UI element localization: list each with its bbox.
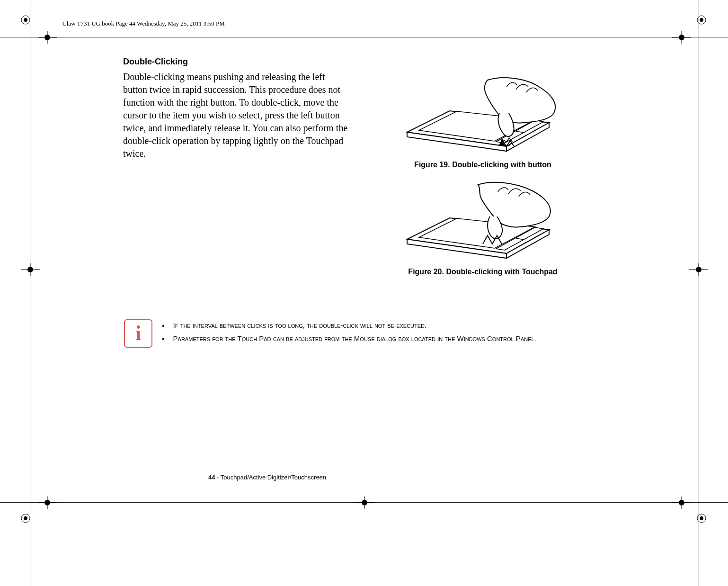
figure-19-image: [393, 71, 573, 156]
crop-line-top: [0, 37, 728, 37]
svg-point-1: [24, 18, 27, 22]
svg-point-28: [362, 500, 367, 505]
regmark-icon: [20, 513, 31, 524]
crosshair-icon: [38, 496, 57, 515]
crosshair-icon: [672, 31, 691, 50]
section-title: Double-Clicking: [123, 57, 625, 67]
crosshair-icon: [672, 496, 691, 515]
info-bullet-1: If the interval between clicks is too lo…: [173, 320, 427, 332]
crosshair-icon: [38, 31, 57, 50]
svg-point-7: [700, 516, 703, 520]
figure-20-caption: Figure 20. Double-clicking with Touchpad: [408, 268, 557, 276]
regmark-icon: [696, 14, 707, 26]
page-footer: 44 - Touchpad/Active Digitizer/Touchscre…: [208, 474, 326, 481]
footer-path: - Touchpad/Active Digitizer/Touchscreen: [215, 474, 326, 481]
crosshair-icon: [355, 496, 374, 515]
crosshair-icon: [689, 263, 708, 282]
figure-19-caption: Figure 19. Double-clicking with button: [414, 161, 551, 169]
info-bullet-2: Parameters for the Touch Pad can be adju…: [173, 334, 536, 345]
info-icon: i: [124, 319, 152, 348]
crop-line-left: [30, 0, 30, 586]
regmark-icon: [20, 14, 31, 26]
svg-point-10: [44, 35, 50, 40]
content-area: Double-Clicking Double-clicking means pu…: [123, 57, 625, 285]
header-meta: Claw T731 UG.book Page 44 Wednesday, May…: [62, 20, 225, 27]
info-list: If the interval between clicks is too lo…: [162, 320, 536, 347]
info-box: i If the interval between clicks is too …: [124, 316, 616, 351]
svg-point-19: [679, 500, 684, 505]
crosshair-icon: [21, 263, 40, 282]
section-body: Double-clicking means pushing and releas…: [123, 71, 350, 285]
figure-20-image: [393, 178, 573, 263]
svg-point-22: [27, 267, 33, 272]
regmark-icon: [696, 513, 707, 524]
svg-point-25: [696, 267, 701, 272]
svg-point-3: [700, 18, 703, 22]
svg-point-5: [24, 516, 27, 520]
crop-line-right: [699, 0, 699, 586]
page-number: 44: [208, 474, 215, 481]
figures-column: Figure 19. Double-clicking with button: [369, 71, 596, 285]
document-page: Claw T731 UG.book Page 44 Wednesday, May…: [0, 0, 728, 586]
svg-point-13: [679, 35, 684, 40]
svg-point-16: [44, 500, 50, 505]
